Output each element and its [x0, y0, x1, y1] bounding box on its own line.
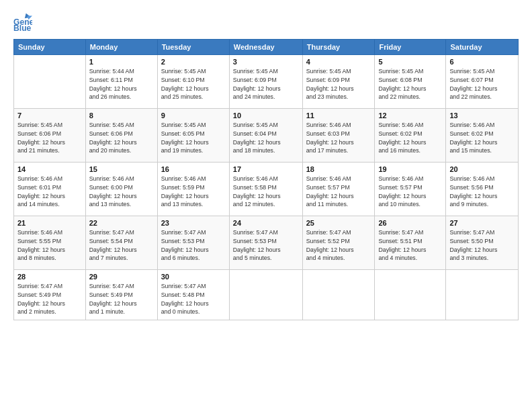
calendar-cell: 26Sunrise: 5:47 AM Sunset: 5:51 PM Dayli…	[375, 216, 446, 270]
svg-text:Blue: Blue	[13, 24, 32, 31]
week-row-3: 14Sunrise: 5:46 AM Sunset: 6:01 PM Dayli…	[14, 163, 519, 216]
calendar-cell: 1Sunrise: 5:44 AM Sunset: 6:11 PM Daylig…	[85, 55, 157, 109]
day-info: Sunrise: 5:47 AM Sunset: 5:49 PM Dayligh…	[89, 282, 154, 316]
calendar-cell: 5Sunrise: 5:45 AM Sunset: 6:08 PM Daylig…	[375, 55, 446, 109]
day-number: 20	[449, 165, 515, 173]
col-header-wednesday: Wednesday	[229, 40, 302, 55]
calendar-cell: 9Sunrise: 5:45 AM Sunset: 6:05 PM Daylig…	[157, 109, 229, 163]
week-row-5: 28Sunrise: 5:47 AM Sunset: 5:49 PM Dayli…	[14, 270, 519, 320]
logo-icon: General Blue	[13, 12, 32, 31]
calendar-cell: 4Sunrise: 5:45 AM Sunset: 6:09 PM Daylig…	[302, 55, 375, 109]
day-number: 24	[233, 219, 299, 227]
col-header-friday: Friday	[375, 40, 446, 55]
calendar-cell	[302, 270, 375, 320]
day-info: Sunrise: 5:46 AM Sunset: 5:57 PM Dayligh…	[378, 175, 442, 209]
calendar-cell: 14Sunrise: 5:46 AM Sunset: 6:01 PM Dayli…	[14, 163, 86, 216]
week-row-4: 21Sunrise: 5:46 AM Sunset: 5:55 PM Dayli…	[14, 216, 519, 270]
day-info: Sunrise: 5:45 AM Sunset: 6:06 PM Dayligh…	[89, 121, 154, 155]
day-info: Sunrise: 5:46 AM Sunset: 5:55 PM Dayligh…	[17, 228, 82, 263]
calendar-cell: 6Sunrise: 5:45 AM Sunset: 6:07 PM Daylig…	[446, 55, 519, 109]
day-info: Sunrise: 5:47 AM Sunset: 5:49 PM Dayligh…	[17, 282, 82, 316]
calendar-cell	[375, 270, 446, 320]
day-number: 28	[17, 273, 82, 281]
calendar-cell: 19Sunrise: 5:46 AM Sunset: 5:57 PM Dayli…	[375, 163, 446, 216]
calendar-cell: 7Sunrise: 5:45 AM Sunset: 6:06 PM Daylig…	[14, 109, 86, 163]
col-header-thursday: Thursday	[302, 40, 375, 55]
day-info: Sunrise: 5:45 AM Sunset: 6:09 PM Dayligh…	[233, 67, 299, 101]
calendar-cell: 2Sunrise: 5:45 AM Sunset: 6:10 PM Daylig…	[157, 55, 229, 109]
day-info: Sunrise: 5:45 AM Sunset: 6:07 PM Dayligh…	[449, 67, 515, 101]
calendar-body: 1Sunrise: 5:44 AM Sunset: 6:11 PM Daylig…	[14, 55, 519, 320]
day-number: 18	[306, 165, 371, 173]
col-header-tuesday: Tuesday	[157, 40, 229, 55]
day-number: 27	[449, 219, 515, 227]
day-number: 30	[161, 273, 226, 281]
day-number: 15	[89, 165, 154, 173]
day-number: 19	[378, 165, 442, 173]
day-number: 2	[161, 58, 226, 66]
calendar-cell	[446, 270, 519, 320]
day-info: Sunrise: 5:47 AM Sunset: 5:48 PM Dayligh…	[161, 282, 226, 316]
calendar-cell: 22Sunrise: 5:47 AM Sunset: 5:54 PM Dayli…	[85, 216, 157, 270]
calendar-cell: 18Sunrise: 5:46 AM Sunset: 5:57 PM Dayli…	[302, 163, 375, 216]
day-number: 11	[306, 111, 371, 120]
day-info: Sunrise: 5:46 AM Sunset: 6:00 PM Dayligh…	[89, 175, 154, 209]
calendar-cell: 11Sunrise: 5:46 AM Sunset: 6:03 PM Dayli…	[302, 109, 375, 163]
day-info: Sunrise: 5:45 AM Sunset: 6:04 PM Dayligh…	[233, 121, 299, 155]
calendar-header-row: SundayMondayTuesdayWednesdayThursdayFrid…	[14, 40, 519, 55]
calendar-cell: 25Sunrise: 5:47 AM Sunset: 5:52 PM Dayli…	[302, 216, 375, 270]
day-number: 8	[89, 111, 154, 120]
day-number: 14	[17, 165, 82, 173]
calendar-cell: 21Sunrise: 5:46 AM Sunset: 5:55 PM Dayli…	[14, 216, 86, 270]
day-info: Sunrise: 5:44 AM Sunset: 6:11 PM Dayligh…	[89, 67, 154, 101]
calendar-cell: 16Sunrise: 5:46 AM Sunset: 5:59 PM Dayli…	[157, 163, 229, 216]
day-number: 22	[89, 219, 154, 227]
day-number: 6	[449, 58, 515, 66]
day-number: 25	[306, 219, 371, 227]
col-header-sunday: Sunday	[14, 40, 86, 55]
day-info: Sunrise: 5:47 AM Sunset: 5:53 PM Dayligh…	[161, 228, 226, 263]
day-number: 26	[378, 219, 442, 227]
day-info: Sunrise: 5:45 AM Sunset: 6:09 PM Dayligh…	[306, 67, 371, 101]
day-number: 23	[161, 219, 226, 227]
calendar-cell: 17Sunrise: 5:46 AM Sunset: 5:58 PM Dayli…	[229, 163, 302, 216]
day-number: 13	[449, 111, 515, 120]
day-number: 10	[233, 111, 299, 120]
day-info: Sunrise: 5:46 AM Sunset: 6:02 PM Dayligh…	[378, 121, 442, 155]
day-info: Sunrise: 5:47 AM Sunset: 5:51 PM Dayligh…	[378, 228, 442, 263]
day-number: 21	[17, 219, 82, 227]
day-number: 17	[233, 165, 299, 173]
calendar-cell: 28Sunrise: 5:47 AM Sunset: 5:49 PM Dayli…	[14, 270, 86, 320]
day-info: Sunrise: 5:45 AM Sunset: 6:06 PM Dayligh…	[17, 121, 82, 155]
day-number: 1	[89, 58, 154, 66]
calendar-cell: 24Sunrise: 5:47 AM Sunset: 5:53 PM Dayli…	[229, 216, 302, 270]
calendar-cell: 13Sunrise: 5:46 AM Sunset: 6:02 PM Dayli…	[446, 109, 519, 163]
calendar-cell	[229, 270, 302, 320]
calendar-cell: 29Sunrise: 5:47 AM Sunset: 5:49 PM Dayli…	[85, 270, 157, 320]
page: General Blue SundayMondayTuesdayWednesda…	[0, 0, 532, 411]
calendar-cell: 15Sunrise: 5:46 AM Sunset: 6:00 PM Dayli…	[85, 163, 157, 216]
day-info: Sunrise: 5:46 AM Sunset: 5:57 PM Dayligh…	[306, 175, 371, 209]
day-info: Sunrise: 5:46 AM Sunset: 5:56 PM Dayligh…	[449, 175, 515, 209]
day-number: 5	[378, 58, 442, 66]
calendar-cell: 10Sunrise: 5:45 AM Sunset: 6:04 PM Dayli…	[229, 109, 302, 163]
day-number: 12	[378, 111, 442, 120]
day-info: Sunrise: 5:45 AM Sunset: 6:10 PM Dayligh…	[161, 67, 226, 101]
day-number: 9	[161, 111, 226, 120]
calendar-cell: 12Sunrise: 5:46 AM Sunset: 6:02 PM Dayli…	[375, 109, 446, 163]
day-info: Sunrise: 5:46 AM Sunset: 6:01 PM Dayligh…	[17, 175, 82, 209]
day-number: 4	[306, 58, 371, 66]
calendar-cell: 8Sunrise: 5:45 AM Sunset: 6:06 PM Daylig…	[85, 109, 157, 163]
calendar-cell: 3Sunrise: 5:45 AM Sunset: 6:09 PM Daylig…	[229, 55, 302, 109]
calendar-cell	[14, 55, 86, 109]
day-info: Sunrise: 5:47 AM Sunset: 5:52 PM Dayligh…	[306, 228, 371, 263]
day-info: Sunrise: 5:47 AM Sunset: 5:53 PM Dayligh…	[233, 228, 299, 263]
day-number: 3	[233, 58, 299, 66]
day-info: Sunrise: 5:46 AM Sunset: 6:02 PM Dayligh…	[449, 121, 515, 155]
header: General Blue	[13, 12, 519, 31]
calendar-cell: 20Sunrise: 5:46 AM Sunset: 5:56 PM Dayli…	[446, 163, 519, 216]
calendar-cell: 23Sunrise: 5:47 AM Sunset: 5:53 PM Dayli…	[157, 216, 229, 270]
week-row-2: 7Sunrise: 5:45 AM Sunset: 6:06 PM Daylig…	[14, 109, 519, 163]
day-number: 16	[161, 165, 226, 173]
day-number: 7	[17, 111, 82, 120]
